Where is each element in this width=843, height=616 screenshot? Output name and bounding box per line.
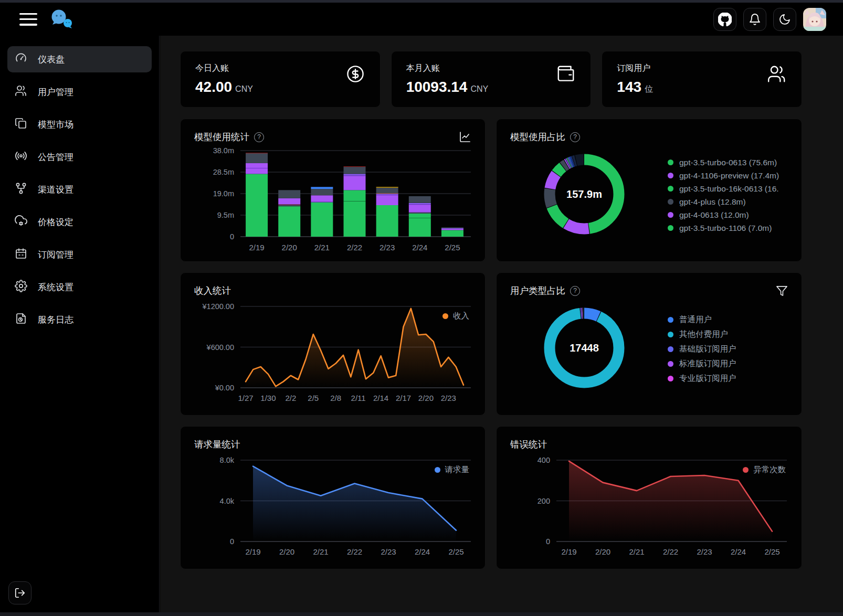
model-usage-donut-chart: 157.9m: [538, 147, 631, 243]
help-icon[interactable]: ?: [570, 132, 580, 142]
sidebar-item-label: 订阅管理: [38, 249, 73, 261]
sidebar-item-model-market[interactable]: 模型市场: [7, 111, 152, 137]
wallet-icon: [556, 64, 576, 86]
errors-series-legend[interactable]: 异常次数: [743, 464, 786, 475]
legend-item[interactable]: 普通用户: [668, 314, 736, 325]
legend-item[interactable]: 基础版订阅用户: [668, 344, 736, 355]
legend-dot: [668, 346, 673, 352]
filter-icon[interactable]: [776, 285, 788, 297]
sidebar-item-label: 系统设置: [38, 281, 73, 293]
sidebar-item-channels[interactable]: 渠道设置: [7, 176, 152, 203]
legend-item[interactable]: gpt-3.5-turbo-1106 (7.0m): [668, 224, 779, 233]
legend-label: gpt-4-0613 (12.0m): [679, 210, 749, 220]
svg-text:¥1200.00: ¥1200.00: [202, 302, 234, 311]
top-bar: [0, 3, 843, 36]
model-usage-share-card: 模型使用占比 ? 157.9m gpt-3.5-turbo-0613 (75.6…: [496, 119, 802, 262]
svg-text:2/25: 2/25: [448, 547, 463, 556]
legend-item[interactable]: gpt-3.5-turbo-16k-0613 (16.: [668, 184, 779, 194]
legend-item[interactable]: gpt-4-1106-preview (17.4m): [668, 171, 779, 180]
sidebar-item-label: 价格设定: [38, 216, 73, 228]
bottom-strip: [0, 612, 843, 616]
chart-title: 错误统计: [510, 438, 547, 451]
svg-text:2/20: 2/20: [282, 243, 297, 252]
user-avatar[interactable]: [803, 8, 826, 31]
sidebar-item-pricing[interactable]: 价格设定: [7, 209, 152, 235]
sidebar-item-dashboard[interactable]: 仪表盘: [7, 46, 152, 72]
legend-label: 标准版订阅用户: [679, 358, 736, 369]
legend-dot: [435, 467, 440, 473]
sidebar-item-settings[interactable]: 系统设置: [7, 274, 152, 300]
svg-text:2/2: 2/2: [285, 394, 296, 402]
legend-item[interactable]: gpt-3.5-turbo-0613 (75.6m): [668, 158, 779, 167]
legend-item[interactable]: gpt-4-0613 (12.0m): [668, 210, 779, 220]
sidebar-item-label: 用户管理: [38, 86, 73, 98]
legend-label: gpt-4-1106-preview (17.4m): [679, 171, 779, 180]
dark-mode-icon[interactable]: [773, 8, 796, 31]
svg-text:2/17: 2/17: [396, 394, 411, 402]
logs-icon: [15, 312, 27, 327]
stat-cards-row: 今日入账 42.00CNY 本月入账 10093.14CNY 订阅用户 143位: [180, 51, 802, 108]
chart-title: 模型使用统计: [194, 131, 249, 143]
sidebar-item-logs[interactable]: 服务日志: [7, 306, 152, 333]
svg-text:2/23: 2/23: [697, 547, 712, 556]
legend-label: gpt-3.5-turbo-1106 (7.0m): [679, 224, 772, 233]
sidebar-item-label: 仪表盘: [38, 54, 65, 66]
svg-text:2/23: 2/23: [441, 394, 456, 402]
svg-text:38.0m: 38.0m: [213, 146, 234, 155]
income-line-chart: ¥0.00¥600.00¥1200.001/271/302/22/52/82/1…: [194, 299, 471, 409]
svg-text:1/27: 1/27: [238, 394, 253, 402]
legend-item[interactable]: gpt-4-plus (12.8m): [668, 197, 779, 207]
svg-text:0: 0: [546, 537, 550, 546]
users-icon: [15, 84, 27, 100]
legend-item[interactable]: 其他付费用户: [668, 329, 736, 340]
svg-text:2/22: 2/22: [347, 243, 362, 252]
svg-text:2/5: 2/5: [308, 394, 319, 402]
svg-text:2/21: 2/21: [313, 547, 328, 556]
stat-value: 42.00CNY: [195, 79, 365, 95]
legend-dot: [668, 317, 673, 323]
model-usage-legend: gpt-3.5-turbo-0613 (75.6m)gpt-4-1106-pre…: [668, 154, 779, 237]
stat-value: 10093.14CNY: [406, 79, 576, 95]
svg-text:2/14: 2/14: [373, 394, 388, 402]
help-icon[interactable]: ?: [254, 132, 264, 142]
svg-text:17448: 17448: [570, 342, 599, 354]
broadcast-icon: [15, 150, 27, 165]
sidebar-item-announcements[interactable]: 公告管理: [7, 144, 152, 170]
legend-label: 收入: [453, 311, 469, 322]
legend-dot: [668, 332, 673, 337]
svg-text:2/8: 2/8: [330, 394, 341, 402]
legend-label: gpt-4-plus (12.8m): [679, 197, 746, 207]
legend-dot: [743, 467, 749, 473]
income-series-legend[interactable]: 收入: [442, 311, 469, 322]
svg-text:2/24: 2/24: [412, 243, 427, 252]
svg-text:8.0k: 8.0k: [220, 456, 235, 464]
svg-text:19.0m: 19.0m: [213, 189, 234, 198]
help-icon[interactable]: ?: [570, 286, 580, 296]
legend-dot: [442, 313, 448, 319]
logout-icon[interactable]: [8, 581, 31, 604]
legend-dot: [668, 199, 673, 205]
line-chart-toggle-icon[interactable]: [459, 131, 471, 143]
channels-icon: [15, 182, 27, 197]
stat-unit: CNY: [235, 84, 253, 93]
svg-text:2/20: 2/20: [279, 547, 294, 556]
requests-series-legend[interactable]: 请求量: [435, 464, 470, 475]
svg-text:9.5m: 9.5m: [217, 211, 234, 219]
legend-label: 基础版订阅用户: [679, 344, 736, 355]
legend-item[interactable]: 专业版订阅用户: [668, 373, 736, 384]
legend-item[interactable]: 标准版订阅用户: [668, 358, 736, 369]
legend-dot: [668, 186, 673, 192]
sidebar-item-subscriptions[interactable]: 订阅管理: [7, 241, 152, 268]
bell-icon[interactable]: [743, 8, 766, 31]
svg-text:2/25: 2/25: [764, 547, 779, 556]
github-icon[interactable]: [713, 8, 736, 31]
hamburger-icon[interactable]: [19, 13, 37, 26]
svg-text:2/22: 2/22: [347, 547, 362, 556]
model-market-icon: [15, 117, 27, 132]
legend-dot: [668, 225, 673, 231]
svg-text:0: 0: [230, 232, 234, 241]
legend-label: gpt-3.5-turbo-0613 (75.6m): [679, 158, 777, 167]
legend-label: 异常次数: [753, 464, 786, 475]
sidebar-item-users[interactable]: 用户管理: [7, 79, 152, 105]
svg-text:2/19: 2/19: [561, 547, 576, 556]
